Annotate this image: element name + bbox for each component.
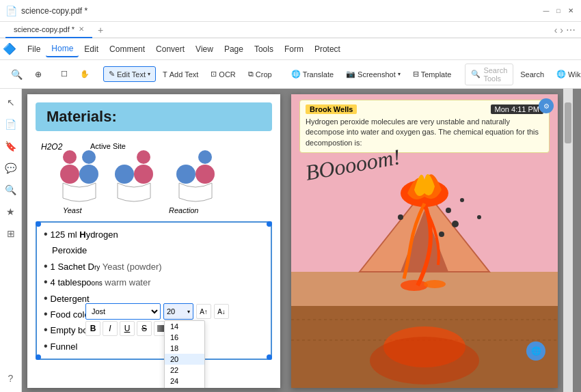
search-label: Search [520,70,544,79]
menu-convert[interactable]: Convert [150,42,190,57]
sidebar-icon-page[interactable]: 📄 [3,116,19,132]
menu-view[interactable]: View [190,42,219,57]
window-title: science-copy.pdf * [21,6,541,16]
menu-page[interactable]: Page [219,42,249,57]
wikipedia-label: Wikipedia [568,70,581,79]
svg-point-1 [79,165,98,184]
screenshot-icon: 📷 [346,70,355,79]
font-size-22[interactable]: 22 [165,365,204,376]
chat-name: Brook Wells [306,104,357,114]
edit-text-button[interactable]: ✎ Edit Text ▾ [103,66,156,82]
translate-label: Translate [303,70,334,79]
screenshot-button[interactable]: 📷 Screenshot ▾ [340,66,406,82]
sidebar-icon-help[interactable]: ? [3,370,19,387]
chat-header: Brook Wells Mon 4:11 PM [306,104,543,114]
menu-form[interactable]: Form [279,42,309,57]
sidebar-icon-star[interactable]: ★ [3,204,19,220]
selection-handle-br[interactable] [267,354,272,360]
zoom-out-icon: 🔍 [11,69,23,80]
edit-text-label: Edit Text [117,70,146,79]
search-button[interactable]: Search [515,67,550,82]
options-button[interactable]: ⋯ [566,25,576,36]
sidebar-icon-bookmark[interactable]: 🔖 [3,138,19,154]
svg-point-21 [452,221,459,227]
menu-protect[interactable]: Protect [309,42,346,57]
list-item: • 125 ml Hydrogen [44,227,264,242]
page-settings-button[interactable]: ⚙ [539,98,554,113]
hand-button[interactable]: ✋ [75,66,95,82]
underline-button[interactable]: U [120,321,135,336]
font-size-14[interactable]: 14 [165,321,204,332]
font-size-16[interactable]: 16 [165,332,204,343]
sidebar-icon-search[interactable]: 🔍 [3,182,19,198]
font-size-24[interactable]: 24 [165,376,204,387]
font-select[interactable]: Jost [85,303,161,320]
bold-button[interactable]: B [85,321,100,336]
italic-button[interactable]: I [103,321,118,336]
decrease-size-button[interactable]: A↓ [214,304,229,319]
crop-button[interactable]: ⧉ Crop [243,66,278,82]
svg-point-8 [195,165,215,184]
selection-handle-tr[interactable] [267,221,272,227]
increase-size-button[interactable]: A↑ [196,304,211,319]
menu-home[interactable]: Home [46,41,79,57]
nav-back-button[interactable]: ‹ [554,25,558,36]
molecule-svg [36,137,234,212]
crop-icon: ⧉ [248,70,254,79]
materials-list: • 125 ml Hydrogen Peroxide • 1 Sachet Dr… [36,221,272,360]
font-size-18[interactable]: 18 [165,343,204,354]
font-size-20[interactable]: 20 [165,354,204,365]
add-text-button[interactable]: T Add Text [157,67,204,82]
menu-comment[interactable]: Comment [104,42,150,57]
item-3: 4 tablespoons warm water [51,275,151,290]
search-tools-box[interactable]: 🔍 Search Tools [465,64,513,85]
add-text-label: Add Text [170,70,199,79]
yeast-label: Yeast [63,206,82,214]
ocr-icon: ⊡ [211,70,217,79]
menu-tools[interactable]: Tools [249,42,279,57]
zoom-out-button[interactable]: 🔍 [5,66,28,83]
wikipedia-button[interactable]: 🌐 Wikipedia [551,66,581,82]
selection-handle-bl[interactable] [36,354,41,360]
minimize-button[interactable]: — [541,6,551,16]
search-icon: 🔍 [471,70,481,79]
materials-header: Materials: [36,102,272,131]
select-button[interactable]: ☐ [55,66,73,82]
sidebar-left: ↖ 📄 🔖 💬 🔍 ★ ⊞ ? [0,89,22,392]
sidebar-icon-cursor[interactable]: ↖ [3,94,19,111]
chat-text: Hydrogen peroxide molecules are very uns… [306,117,543,148]
titlebar: 📄 science-copy.pdf * — □ ✕ [0,0,581,22]
font-size-26[interactable]: 26 [165,387,204,388]
sidebar-icon-layers[interactable]: ⊞ [3,225,19,242]
svg-point-15 [424,280,446,288]
sidebar-icon-comment[interactable]: 💬 [3,160,19,176]
dropdown-chevron: ▾ [187,309,190,315]
item-1b: Peroxide [44,242,264,258]
pdf-area: Materials: H2O2 Active Site [22,89,581,392]
maximize-button[interactable]: □ [554,6,563,16]
font-size-box[interactable]: 20 ▾ 14 16 18 20 22 24 26 28 [163,303,193,320]
tab-close-button[interactable]: ✕ [79,25,84,33]
ocr-button[interactable]: ⊡ OCR [205,66,241,82]
chat-bubble: Brook Wells Mon 4:11 PM Hydrogen peroxid… [299,100,550,153]
scroll-thumb[interactable] [565,102,571,143]
strikethrough-button[interactable]: S [137,321,152,336]
menu-file[interactable]: File [22,42,46,57]
new-tab-button[interactable]: + [92,25,109,36]
list-item: • 1 Sachet Dry Yeast (powder) [44,259,264,275]
selection-handle-tl[interactable] [36,221,41,227]
svg-point-23 [477,215,481,219]
translate-button[interactable]: 🌐 Translate [286,66,339,82]
font-size-dropdown[interactable]: 14 16 18 20 22 24 26 28 [164,320,205,388]
bottom-action-button[interactable]: 🌐 [526,341,545,361]
template-label: Template [421,70,452,79]
tab-document[interactable]: science-copy.pdf * ✕ [5,22,92,38]
template-button[interactable]: ⊟ Template [407,66,457,82]
nav-forward-button[interactable]: › [560,25,563,36]
right-scrollbar[interactable] [563,89,573,392]
zoom-in-button[interactable]: ⊕ [29,66,47,83]
close-button[interactable]: ✕ [566,6,576,16]
menu-edit[interactable]: Edit [79,42,104,57]
svg-point-6 [137,150,150,164]
hand-icon: ✋ [80,70,90,79]
